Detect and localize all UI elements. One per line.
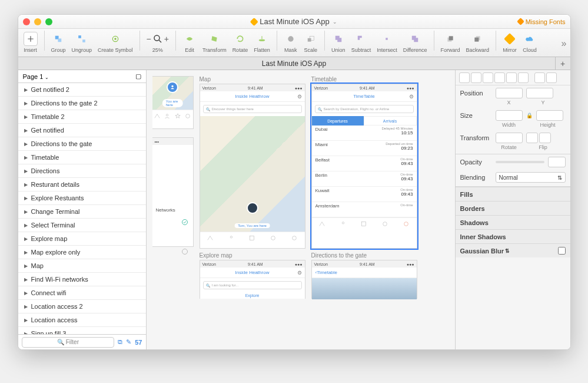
disclosure-triangle-icon[interactable]: ▶ bbox=[24, 114, 28, 120]
transform-tool[interactable]: Transform bbox=[201, 31, 228, 53]
disclosure-triangle-icon[interactable]: ▶ bbox=[24, 223, 28, 228]
copy-icon[interactable]: ⧉ bbox=[118, 338, 122, 346]
section-gaussian-blur[interactable]: Gaussian Blur ⇅ bbox=[456, 243, 570, 257]
layer-item[interactable]: ▶Select Terminal bbox=[18, 219, 146, 232]
layer-item[interactable]: ▶Find Wi-Fi networks bbox=[18, 273, 146, 286]
opacity-input[interactable] bbox=[548, 157, 566, 167]
subtract-tool[interactable]: Subtract bbox=[350, 31, 373, 53]
position-y-input[interactable] bbox=[526, 88, 553, 98]
disclosure-triangle-icon[interactable]: ▶ bbox=[24, 250, 28, 255]
search-input[interactable]: 🔍Discover things faster here bbox=[203, 105, 302, 113]
layer-item[interactable]: ▶Change Terminal bbox=[18, 205, 146, 219]
artboard-timetable[interactable]: Verizon9:41 AM●●● TimeTable⚙ 🔍Search by … bbox=[311, 84, 417, 249]
insert-tool[interactable]: Insert bbox=[22, 31, 39, 53]
close-button[interactable] bbox=[23, 18, 30, 25]
layer-item[interactable]: ▶Explore map bbox=[18, 232, 146, 246]
scale-tool[interactable]: Scale bbox=[302, 31, 320, 53]
backward-tool[interactable]: Backward bbox=[464, 31, 491, 53]
ungroup-tool[interactable]: Ungroup bbox=[70, 31, 94, 53]
flight-row[interactable]: KuwaitOn-time09:43 bbox=[312, 187, 417, 202]
artboard-label-map[interactable]: Map bbox=[200, 76, 305, 82]
gear-icon[interactable]: ⚙ bbox=[297, 94, 302, 100]
create-symbol-tool[interactable]: Create Symbol bbox=[96, 31, 135, 53]
artboard-label-directions[interactable]: Directions to the gate bbox=[311, 252, 417, 259]
rotate-tool[interactable]: Rotate bbox=[231, 31, 250, 53]
disclosure-triangle-icon[interactable]: ▶ bbox=[24, 155, 28, 160]
section-inner-shadows[interactable]: Inner Shadows bbox=[456, 229, 570, 243]
rotate-input[interactable] bbox=[496, 133, 523, 143]
layer-item[interactable]: ▶Directions to the gate bbox=[18, 137, 146, 151]
forward-tool[interactable]: Forward bbox=[439, 31, 462, 53]
artboard-explore-map[interactable]: Verizon9:41 AM●●● Inside Heathrow⚙ 🔍I am… bbox=[200, 260, 305, 299]
disclosure-triangle-icon[interactable]: ▶ bbox=[24, 318, 28, 323]
gaussian-checkbox[interactable] bbox=[558, 247, 566, 255]
tab-title[interactable]: Last Minute iOS App bbox=[262, 60, 326, 68]
layer-item[interactable]: ▶Directions bbox=[18, 164, 146, 178]
flight-row[interactable]: AmsterdamOn-time bbox=[312, 202, 417, 217]
flight-row[interactable]: DubaiDelayed 45 Minutes10:15 bbox=[312, 126, 417, 141]
height-input[interactable] bbox=[536, 110, 563, 121]
filter-input[interactable]: 🔍 Filter bbox=[22, 337, 115, 348]
disclosure-triangle-icon[interactable]: ▶ bbox=[24, 263, 28, 269]
flight-row[interactable]: BerlinOn-time09:43 bbox=[312, 171, 417, 187]
page-selector[interactable]: Page 1 ⌄ ▢ bbox=[18, 70, 146, 83]
difference-tool[interactable]: Difference bbox=[401, 31, 429, 53]
artboard-partial-top[interactable]: You are here bbox=[152, 76, 194, 129]
distribute-h[interactable] bbox=[534, 72, 545, 83]
layer-item[interactable]: ▶Map explore only bbox=[18, 246, 146, 259]
width-input[interactable] bbox=[496, 110, 523, 121]
artboard-networks[interactable]: ••• Networks bbox=[152, 137, 194, 247]
section-fills[interactable]: Fills bbox=[456, 187, 570, 201]
distribute-v[interactable] bbox=[546, 72, 557, 83]
disclosure-triangle-icon[interactable]: ▶ bbox=[24, 277, 28, 282]
flatten-tool[interactable]: Flatten bbox=[252, 31, 272, 53]
disclosure-triangle-icon[interactable]: ▶ bbox=[24, 141, 28, 147]
layer-item[interactable]: ▶Get notified 2 bbox=[18, 83, 146, 97]
disclosure-triangle-icon[interactable]: ▶ bbox=[24, 87, 28, 93]
intersect-tool[interactable]: Intersect bbox=[375, 31, 399, 53]
union-tool[interactable]: Union bbox=[330, 31, 347, 53]
layer-item[interactable]: ▶Sign up fill 3 bbox=[18, 327, 146, 334]
artboard-map[interactable]: Verizon9:41 AM●●● Inside Heathrow⚙ 🔍Disc… bbox=[200, 84, 305, 249]
flight-row[interactable]: BelfastOn-time09:43 bbox=[312, 156, 417, 171]
slice-icon[interactable]: ✎ bbox=[126, 338, 131, 346]
align-left[interactable] bbox=[459, 72, 470, 83]
layer-item[interactable]: ▶Resturant details bbox=[18, 178, 146, 192]
blending-select[interactable]: Normal⇅ bbox=[496, 172, 566, 183]
disclosure-triangle-icon[interactable]: ▶ bbox=[24, 169, 28, 174]
minimize-button[interactable] bbox=[34, 18, 41, 25]
gear-icon[interactable]: ⚙ bbox=[409, 94, 414, 100]
section-shadows[interactable]: Shadows bbox=[456, 215, 570, 229]
mirror-tool[interactable]: Mirror bbox=[501, 31, 519, 53]
pages-icon[interactable]: ▢ bbox=[135, 72, 141, 80]
disclosure-triangle-icon[interactable]: ▶ bbox=[24, 128, 28, 133]
layer-item[interactable]: ▶Timetable bbox=[18, 151, 146, 164]
artboard-label-timetable[interactable]: Timetable bbox=[311, 76, 417, 82]
layer-item[interactable]: ▶Location access bbox=[18, 313, 146, 327]
disclosure-triangle-icon[interactable]: ▶ bbox=[24, 182, 28, 187]
zoom-control[interactable]: − + 25% bbox=[145, 31, 171, 53]
search-input[interactable]: 🔍I am looking for... bbox=[203, 281, 302, 289]
add-tab-button[interactable]: + bbox=[555, 57, 570, 70]
flip-v-button[interactable] bbox=[539, 133, 551, 143]
zoom-minus-icon[interactable]: − bbox=[147, 34, 151, 44]
group-tool[interactable]: Group bbox=[49, 31, 68, 53]
layer-item[interactable]: ▶Location access 2 bbox=[18, 300, 146, 313]
disclosure-triangle-icon[interactable]: ▶ bbox=[24, 209, 28, 214]
search-input[interactable]: 🔍Search by Destination, Flight no. or Ai… bbox=[315, 105, 414, 113]
gear-icon[interactable]: ⚙ bbox=[297, 270, 302, 276]
artboard-directions[interactable]: Verizon9:41 AM●●● ‹ Timetable bbox=[311, 260, 417, 299]
layer-item[interactable]: ▶Map bbox=[18, 259, 146, 273]
disclosure-triangle-icon[interactable]: ▶ bbox=[24, 101, 28, 106]
align-top[interactable] bbox=[494, 72, 505, 83]
layer-item[interactable]: ▶Directions to the gate 2 bbox=[18, 97, 146, 110]
align-center-h[interactable] bbox=[471, 72, 481, 83]
disclosure-triangle-icon[interactable]: ▶ bbox=[24, 290, 28, 296]
toolbar-overflow-icon[interactable]: » bbox=[562, 38, 567, 49]
align-bottom[interactable] bbox=[518, 72, 529, 83]
layer-item[interactable]: ▶Timetable 2 bbox=[18, 110, 146, 124]
cloud-tool[interactable]: Cloud bbox=[521, 31, 539, 53]
artboard-label-explore[interactable]: Explore map bbox=[200, 252, 305, 259]
zoom-plus-icon[interactable]: + bbox=[164, 34, 169, 44]
flip-h-button[interactable] bbox=[526, 133, 538, 143]
